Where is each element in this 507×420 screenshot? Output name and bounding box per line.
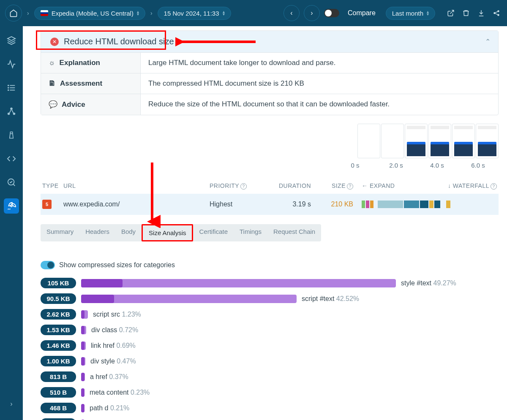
size-row: 468 Bpath d 0.21% — [41, 403, 499, 413]
pulse-icon — [7, 60, 16, 69]
fail-icon: ✕ — [50, 38, 59, 46]
audit-panel: ✕ Reduce HTML download size ⌃ ☼Explanati… — [41, 30, 499, 115]
compare-toggle[interactable] — [324, 9, 339, 17]
period-selector[interactable]: Last month ▴▾ — [386, 7, 435, 20]
audit-title: Reduce HTML download size — [64, 37, 174, 46]
help-icon[interactable]: ? — [240, 183, 247, 190]
nav-code[interactable] — [4, 151, 19, 166]
flag-icon — [41, 10, 48, 16]
period-label: Last month — [392, 10, 423, 17]
speech-icon: 💬 — [49, 100, 57, 109]
help-icon[interactable]: ? — [491, 183, 497, 190]
filmstrip-frame[interactable] — [381, 124, 404, 158]
site-label: Expedia (Mobile, US Central) — [52, 10, 134, 17]
compressed-sizes-toggle[interactable] — [41, 261, 55, 269]
svg-point-12 — [10, 108, 13, 110]
request-url: www.expedia.com/ — [63, 201, 210, 208]
nav-list[interactable] — [4, 80, 19, 95]
list-icon — [7, 83, 16, 92]
size-row: 411 Bdiv #text 0.19% — [41, 418, 499, 420]
svg-marker-3 — [8, 37, 15, 41]
size-analysis-chart: 105 KBstyle #text 49.27%90.5 KBscript #t… — [41, 278, 499, 420]
timestamp-selector[interactable]: 15 Nov 2024, 11:33 ▴▾ — [158, 7, 231, 20]
nav-vitals[interactable] — [4, 57, 19, 72]
updown-icon: ▴▾ — [137, 11, 139, 16]
waterfall-bar — [353, 201, 497, 208]
nav-lighthouse[interactable] — [4, 127, 19, 143]
external-link-icon — [447, 9, 455, 17]
prev-button[interactable]: ‹ — [283, 5, 300, 21]
site-selector[interactable]: Expedia (Mobile, US Central) ▴▾ — [34, 7, 145, 20]
filmstrip-frame[interactable] — [428, 124, 451, 158]
download-button[interactable] — [476, 8, 487, 19]
tab-body[interactable]: Body — [115, 224, 142, 241]
filmstrip-frame[interactable] — [476, 124, 499, 158]
size-category: path d 0.21% — [90, 404, 129, 412]
sidebar-collapse[interactable]: › — [4, 396, 19, 412]
rocket-icon — [7, 201, 16, 211]
size-category: style #text 49.27% — [401, 279, 456, 287]
help-icon[interactable]: ? — [347, 183, 353, 190]
size-value: 105 KB — [41, 278, 76, 288]
home-button[interactable] — [5, 5, 22, 22]
svg-point-2 — [497, 14, 499, 16]
nav-overview[interactable] — [4, 33, 19, 48]
size-category: link href 0.69% — [91, 342, 136, 350]
chevron-left-icon: ‹ — [290, 9, 292, 17]
open-external-button[interactable] — [445, 8, 456, 19]
advice-value: Reduce the size of the HTML document so … — [140, 94, 498, 115]
size-bar — [81, 357, 85, 366]
breadcrumb-chevron: › — [150, 10, 153, 16]
size-bar — [81, 341, 86, 350]
filmstrip-frame[interactable] — [405, 124, 428, 158]
filmstrip-frame[interactable] — [452, 124, 475, 158]
filmstrip-frame[interactable] — [357, 124, 380, 158]
annotation-arrow — [144, 160, 161, 228]
row-advice: 💬Advice Reduce the size of the HTML docu… — [41, 94, 498, 115]
share-icon — [493, 9, 500, 17]
request-row[interactable]: 5 www.expedia.com/ Highest 3.19 s 210 KB — [41, 194, 499, 215]
network-icon — [7, 107, 16, 116]
size-row: 2.62 KBscript src 1.23% — [41, 309, 499, 320]
size-bar — [81, 310, 88, 319]
col-url: URL — [63, 182, 210, 190]
tab-certificate[interactable]: Certificate — [193, 224, 234, 241]
tab-summary[interactable]: Summary — [41, 224, 79, 241]
share-button[interactable] — [491, 8, 502, 19]
col-waterfall: ← EXPAND ↓ WATERFALL? — [353, 182, 497, 190]
expand-button[interactable]: ← EXPAND — [362, 182, 395, 190]
nav-network[interactable] — [4, 104, 19, 119]
request-columns: TYPE URL PRIORITY? DURATION SIZE? ← EXPA… — [41, 182, 499, 194]
size-category: div class 0.72% — [91, 326, 138, 334]
request-size: 210 KB — [311, 201, 353, 208]
sidebar: › — [0, 26, 23, 420]
updown-icon: ▴▾ — [223, 11, 225, 16]
tab-request-chain[interactable]: Request Chain — [267, 224, 321, 241]
nav-search[interactable] — [4, 175, 19, 190]
explanation-value: Large HTML document take longer to downl… — [140, 53, 498, 73]
size-value: 1.46 KB — [41, 340, 76, 351]
size-value: 90.5 KB — [41, 293, 76, 304]
delete-button[interactable] — [461, 8, 472, 19]
updown-icon: ▴▾ — [427, 11, 429, 16]
request-duration: 3.19 s — [260, 201, 311, 208]
size-category: meta content 0.23% — [90, 389, 150, 396]
size-value: 411 B — [41, 418, 76, 420]
nav-optimize[interactable] — [4, 198, 19, 214]
request-priority: Highest — [210, 201, 260, 208]
col-priority: PRIORITY? — [210, 182, 260, 190]
audit-detail-table: ☼Explanation Large HTML document take lo… — [41, 52, 498, 115]
svg-point-14 — [11, 205, 12, 207]
next-button[interactable]: › — [304, 5, 320, 21]
size-value: 468 B — [41, 403, 76, 413]
tab-headers[interactable]: Headers — [79, 224, 115, 241]
audit-header[interactable]: ✕ Reduce HTML download size ⌃ — [41, 31, 498, 52]
chevron-right-icon: › — [10, 400, 12, 408]
clipboard-icon: 🗎 — [49, 79, 56, 88]
svg-point-7 — [8, 85, 9, 86]
tab-timings[interactable]: Timings — [234, 224, 267, 241]
size-bar — [81, 279, 396, 287]
size-bar — [81, 295, 297, 303]
size-row: 1.46 KBlink href 0.69% — [41, 340, 499, 351]
col-size: SIZE? — [311, 182, 353, 190]
